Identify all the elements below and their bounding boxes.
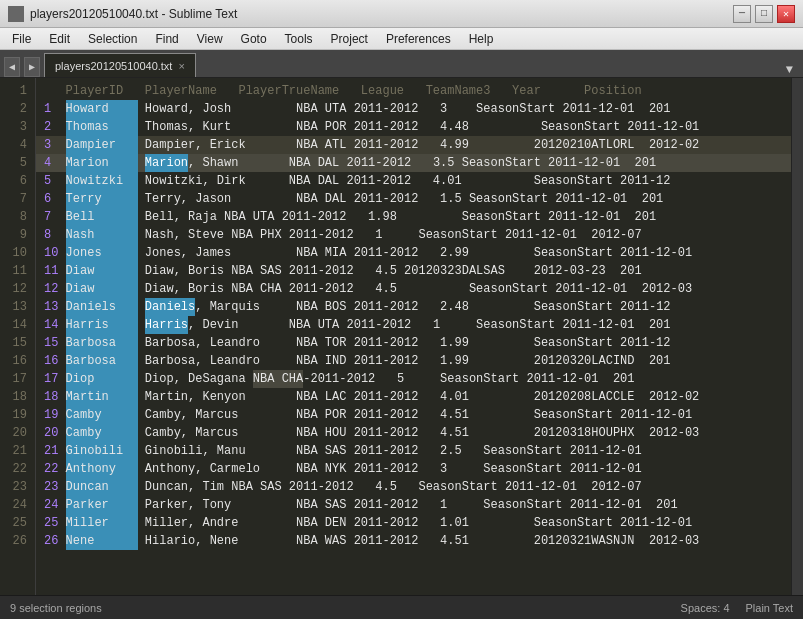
code-line-19: 19 Camby Camby, Marcus NBA POR 2011-2012… xyxy=(36,406,791,424)
window-controls[interactable]: ─ □ ✕ xyxy=(733,5,795,23)
titlebar-left: players20120510040.txt - Sublime Text xyxy=(8,6,237,22)
maximize-button[interactable]: □ xyxy=(755,5,773,23)
code-line-4: 3 Dampier Dampier, Erick NBA ATL 2011-20… xyxy=(36,136,791,154)
line-num-18: 18 xyxy=(4,388,27,406)
line-num-10: 10 xyxy=(4,244,27,262)
menubar: File Edit Selection Find View Goto Tools… xyxy=(0,28,803,50)
tabbar: ◀ ▶ players20120510040.txt × ▼ xyxy=(0,50,803,78)
line-num-22: 22 xyxy=(4,460,27,478)
line-num-20: 20 xyxy=(4,424,27,442)
line-num-1: 1 xyxy=(4,82,27,100)
menu-help[interactable]: Help xyxy=(461,30,502,48)
line-num-2: 2 xyxy=(4,100,27,118)
line-num-9: 9 xyxy=(4,226,27,244)
menu-view[interactable]: View xyxy=(189,30,231,48)
code-area[interactable]: PlayerID PlayerName PlayerTrueName Leagu… xyxy=(36,78,791,595)
code-line-23: 23 Duncan Duncan, Tim NBA SAS 2011-2012 … xyxy=(36,478,791,496)
line-num-3: 3 xyxy=(4,118,27,136)
code-line-5: 4 Marion Marion, Shawn NBA DAL 2011-2012… xyxy=(36,154,791,172)
code-line-16: 16 Barbosa Barbosa, Leandro NBA IND 2011… xyxy=(36,352,791,370)
code-line-11: 11 Diaw Diaw, Boris NBA SAS 2011-2012 4.… xyxy=(36,262,791,280)
code-line-8: 7 Bell Bell, Raja NBA UTA 2011-2012 1.98… xyxy=(36,208,791,226)
code-line-13: 13 Daniels Daniels, Marquis NBA BOS 2011… xyxy=(36,298,791,316)
line-num-7: 7 xyxy=(4,190,27,208)
line-num-6: 6 xyxy=(4,172,27,190)
line-num-13: 13 xyxy=(4,298,27,316)
close-button[interactable]: ✕ xyxy=(777,5,795,23)
line-num-5: 5 xyxy=(4,154,27,172)
code-line-14: 14 Harris Harris, Devin NBA UTA 2011-201… xyxy=(36,316,791,334)
code-line-1: PlayerID PlayerName PlayerTrueName Leagu… xyxy=(36,82,791,100)
menu-file[interactable]: File xyxy=(4,30,39,48)
menu-preferences[interactable]: Preferences xyxy=(378,30,459,48)
menu-tools[interactable]: Tools xyxy=(277,30,321,48)
tab-nav-next[interactable]: ▶ xyxy=(24,57,40,77)
line-num-11: 11 xyxy=(4,262,27,280)
scrollbar-vertical[interactable] xyxy=(791,78,803,595)
tab-nav-prev[interactable]: ◀ xyxy=(4,57,20,77)
menu-find[interactable]: Find xyxy=(147,30,186,48)
app-icon xyxy=(8,6,24,22)
code-line-6: 5 Nowitzki Nowitzki, Dirk NBA DAL 2011-2… xyxy=(36,172,791,190)
line-num-26: 26 xyxy=(4,532,27,550)
status-file-type[interactable]: Plain Text xyxy=(746,602,794,614)
code-line-18: 18 Martin Martin, Kenyon NBA LAC 2011-20… xyxy=(36,388,791,406)
code-line-9: 8 Nash Nash, Steve NBA PHX 2011-2012 1 S… xyxy=(36,226,791,244)
window-title: players20120510040.txt - Sublime Text xyxy=(30,7,237,21)
menu-goto[interactable]: Goto xyxy=(233,30,275,48)
line-num-21: 21 xyxy=(4,442,27,460)
line-num-12: 12 xyxy=(4,280,27,298)
menu-project[interactable]: Project xyxy=(323,30,376,48)
code-line-22: 22 Anthony Anthony, Carmelo NBA NYK 2011… xyxy=(36,460,791,478)
code-line-20: 20 Camby Camby, Marcus NBA HOU 2011-2012… xyxy=(36,424,791,442)
code-line-10: 10 Jones Jones, James NBA MIA 2011-2012 … xyxy=(36,244,791,262)
line-num-24: 24 xyxy=(4,496,27,514)
menu-selection[interactable]: Selection xyxy=(80,30,145,48)
tab-label: players20120510040.txt xyxy=(55,60,172,72)
statusbar: 9 selection regions Spaces: 4 Plain Text xyxy=(0,595,803,619)
code-line-7: 6 Terry Terry, Jason NBA DAL 2011-2012 1… xyxy=(36,190,791,208)
code-line-15: 15 Barbosa Barbosa, Leandro NBA TOR 2011… xyxy=(36,334,791,352)
line-num-17: 17 xyxy=(4,370,27,388)
code-line-17: 17 Diop Diop, DeSagana NBA CHA-2011-2012… xyxy=(36,370,791,388)
tab-dropdown[interactable]: ▼ xyxy=(780,63,799,77)
line-num-4: 4 xyxy=(4,136,27,154)
line-num-14: 14 xyxy=(4,316,27,334)
line-numbers: 1 2 3 4 5 6 7 8 9 10 11 12 13 14 15 16 1… xyxy=(0,78,36,595)
tabbar-right: ▼ xyxy=(780,63,799,77)
line-num-23: 23 xyxy=(4,478,27,496)
menu-edit[interactable]: Edit xyxy=(41,30,78,48)
line-num-16: 16 xyxy=(4,352,27,370)
tab-active[interactable]: players20120510040.txt × xyxy=(44,53,196,77)
editor: 1 2 3 4 5 6 7 8 9 10 11 12 13 14 15 16 1… xyxy=(0,78,803,595)
status-right: Spaces: 4 Plain Text xyxy=(681,602,793,614)
code-line-25: 25 Miller Miller, Andre NBA DEN 2011-201… xyxy=(36,514,791,532)
line-num-15: 15 xyxy=(4,334,27,352)
minimize-button[interactable]: ─ xyxy=(733,5,751,23)
code-line-2: 1 Howard Howard, Josh NBA UTA 2011-2012 … xyxy=(36,100,791,118)
code-line-12: 12 Diaw Diaw, Boris NBA CHA 2011-2012 4.… xyxy=(36,280,791,298)
tab-close-button[interactable]: × xyxy=(178,60,184,72)
code-line-3: 2 Thomas Thomas, Kurt NBA POR 2011-2012 … xyxy=(36,118,791,136)
code-line-26: 26 Nene Hilario, Nene NBA WAS 2011-2012 … xyxy=(36,532,791,550)
code-line-21: 21 Ginobili Ginobili, Manu NBA SAS 2011-… xyxy=(36,442,791,460)
titlebar: players20120510040.txt - Sublime Text ─ … xyxy=(0,0,803,28)
line-num-19: 19 xyxy=(4,406,27,424)
status-selections: 9 selection regions xyxy=(10,602,102,614)
line-num-8: 8 xyxy=(4,208,27,226)
status-spaces[interactable]: Spaces: 4 xyxy=(681,602,730,614)
code-line-24: 24 Parker Parker, Tony NBA SAS 2011-2012… xyxy=(36,496,791,514)
line-num-25: 25 xyxy=(4,514,27,532)
